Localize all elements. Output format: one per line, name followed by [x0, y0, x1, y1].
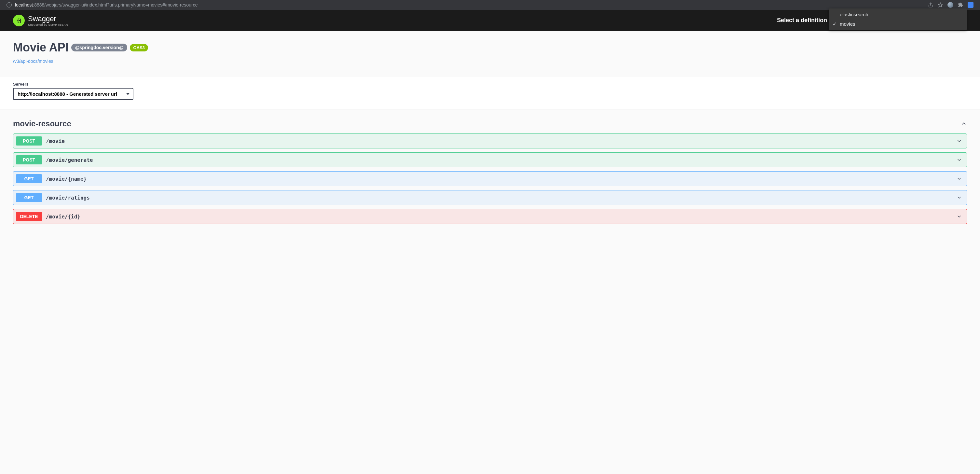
tag-name: movie-resource: [13, 119, 71, 128]
method-badge-get: GET: [16, 193, 42, 202]
chevron-up-icon: [961, 120, 967, 127]
operation-block[interactable]: DELETE/movie/{id}: [13, 209, 967, 224]
method-badge-post: POST: [16, 155, 42, 164]
definition-label: Select a definition: [777, 17, 827, 24]
method-badge-get: GET: [16, 174, 42, 183]
operation-path: /movie/{id}: [46, 214, 956, 220]
operations-section: movie-resource POST/moviePOST/movie/gene…: [0, 109, 980, 238]
operation-path: /movie/{name}: [46, 176, 956, 182]
profile-avatar[interactable]: [947, 2, 953, 8]
swagger-logo-text: Swagger: [28, 14, 68, 23]
method-badge-delete: DELETE: [16, 212, 42, 221]
operation-block[interactable]: POST/movie: [13, 134, 967, 148]
chevron-down-icon: [956, 138, 962, 144]
chevron-down-icon: [956, 176, 962, 182]
svg-marker-0: [938, 3, 942, 7]
definition-dropdown-menu: elasticsearch movies: [829, 8, 967, 30]
operation-path: /movie/generate: [46, 157, 956, 163]
servers-section: Servers http://localhost:8888 - Generate…: [0, 77, 980, 109]
operation-block[interactable]: GET/movie/{name}: [13, 171, 967, 186]
method-badge-post: POST: [16, 136, 42, 145]
swagger-logo-subtext: Supported by SMARTBEAR: [28, 23, 68, 26]
url-host: localhost: [15, 2, 33, 8]
dropdown-option-movies[interactable]: movies: [829, 19, 967, 29]
oas-badge: OAS3: [130, 44, 148, 51]
servers-label: Servers: [13, 82, 967, 86]
operation-path: /movie/ratings: [46, 195, 956, 201]
api-title: Movie API: [13, 41, 68, 54]
swagger-logo-icon: {··}: [13, 14, 25, 26]
share-icon[interactable]: [928, 2, 933, 8]
tag-header[interactable]: movie-resource: [13, 119, 967, 128]
api-version-badge: @springdoc.version@: [71, 44, 127, 51]
swagger-logo[interactable]: {··} Swagger Supported by SMARTBEAR: [13, 14, 68, 26]
operation-path: /movie: [46, 138, 956, 144]
operation-block[interactable]: GET/movie/ratings: [13, 190, 967, 205]
api-info-section: Movie API @springdoc.version@ OAS3 /v3/a…: [0, 31, 980, 77]
chevron-down-icon: [956, 195, 962, 201]
url-path: :8888/webjars/swagger-ui/index.html?urls…: [33, 2, 197, 8]
chevron-down-icon: [956, 157, 962, 163]
extensions-icon[interactable]: [958, 2, 963, 8]
bookmark-star-icon[interactable]: [938, 2, 943, 8]
browser-toolbar-icons: [928, 2, 974, 8]
chevron-down-icon: [956, 214, 962, 219]
api-docs-link[interactable]: /v3/api-docs/movies: [13, 59, 53, 64]
extension-badge[interactable]: [968, 2, 974, 8]
site-info-icon[interactable]: i: [6, 2, 12, 8]
dropdown-option-elasticsearch[interactable]: elasticsearch: [829, 10, 967, 19]
url-text[interactable]: localhost:8888/webjars/swagger-ui/index.…: [15, 2, 925, 8]
server-select[interactable]: http://localhost:8888 - Generated server…: [13, 88, 134, 100]
operation-block[interactable]: POST/movie/generate: [13, 152, 967, 168]
